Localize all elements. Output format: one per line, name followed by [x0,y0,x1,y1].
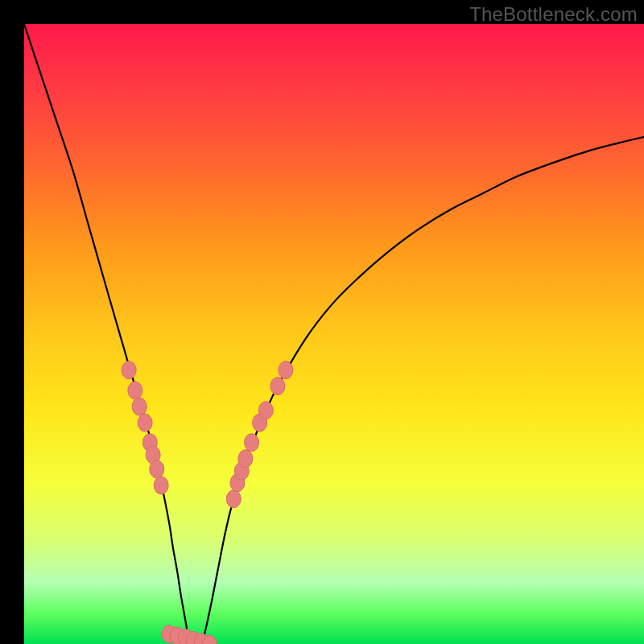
marker-dots-group [122,361,293,644]
marker-dot [132,398,147,415]
marker-dot [245,434,259,452]
chart-stage: TheBottleneck.com [0,0,644,644]
marker-dot [238,450,253,468]
chart-overlay [24,24,644,644]
marker-dot [226,490,241,508]
plot-area [24,24,644,644]
marker-dot [150,460,164,478]
marker-dot [128,382,142,399]
bottleneck-curve [24,24,644,644]
marker-dot [270,378,285,395]
marker-dot [138,414,152,431]
marker-dot [258,402,273,419]
watermark-text: TheBottleneck.com [469,3,638,26]
marker-dot [279,361,293,379]
marker-dot [154,477,168,494]
marker-dot [122,361,136,379]
